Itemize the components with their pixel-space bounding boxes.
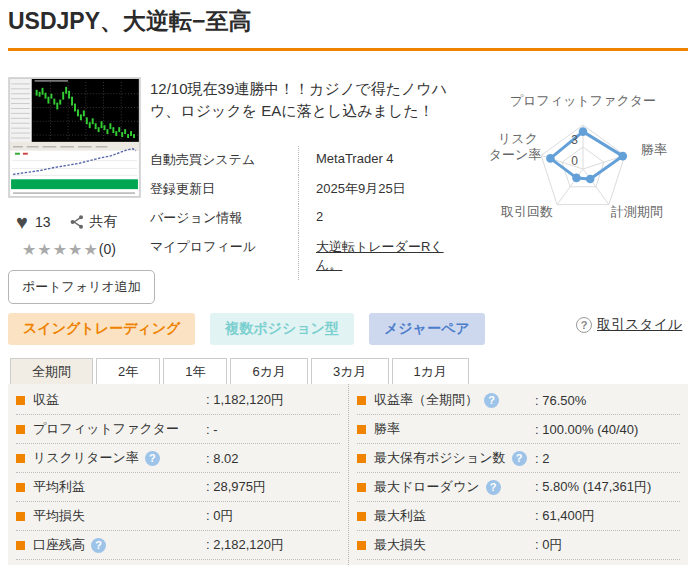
stat-value: : 61,400円 — [535, 507, 595, 525]
radar-axis-period: 計測期間 — [610, 204, 663, 219]
period-tabs: 全期間 2年 1年 6カ月 3カ月 1カ月 — [10, 358, 469, 384]
info-label: 自動売買システム — [150, 146, 298, 175]
bullet-icon — [16, 396, 25, 405]
share-icon — [69, 214, 85, 230]
stat-label: 最大ドローダウン — [374, 478, 480, 496]
stat-label: 収益率（全期間） — [374, 391, 478, 409]
help-icon[interactable]: ? — [486, 480, 501, 495]
bullet-icon — [357, 541, 366, 550]
tag[interactable]: スイングトレーディング — [8, 313, 195, 345]
bullet-icon — [357, 483, 366, 492]
stat-label: 勝率 — [374, 420, 400, 438]
stat-row: 最大損失 : 0円 — [357, 531, 680, 560]
stat-label: 収益 — [33, 391, 59, 409]
stat-row: 平均利益 : 28,975円 — [16, 473, 340, 502]
stat-row: リスクリターン率? : 8.02 — [16, 444, 340, 473]
stat-value: : 76.50% — [535, 393, 586, 408]
radar-tick-min: 0 — [571, 154, 578, 168]
stat-row: プロフィットファクター : - — [16, 415, 340, 444]
stat-row: 口座残高? : 2,182,120円 — [16, 531, 340, 560]
radar-polygon — [550, 132, 622, 179]
performance-radar-chart: 3 0 プロフィットファクター 勝率 計測期間 取引回数 リスク ターン率 — [478, 84, 694, 244]
info-value: 大逆転トレーダーRくん。 — [298, 233, 470, 280]
stats-column-left: 収益 : 1,182,120円 プロフィットファクター : - リスクリターン率… — [8, 384, 348, 565]
stat-label: リスクリターン率 — [33, 449, 139, 467]
tab-3-months[interactable]: 3カ月 — [311, 358, 389, 384]
stat-row: 収益率（全期間）? : 76.50% — [357, 386, 680, 415]
stat-value: : 0円 — [535, 536, 562, 554]
profile-link[interactable]: 大逆転トレーダーRくん。 — [316, 238, 456, 274]
stat-label: 平均損失 — [33, 507, 85, 525]
bullet-icon — [16, 512, 25, 521]
stat-row: 平均損失 : 0円 — [16, 502, 340, 531]
star-icons: ★★★★★ — [22, 241, 99, 258]
help-icon[interactable]: ? — [145, 451, 160, 466]
stat-value: : 5.80% (147,361円) — [535, 478, 651, 496]
heart-icon[interactable]: ♥ — [16, 212, 28, 232]
radar-axis-trade-count: 取引回数 — [500, 204, 553, 219]
info-value: 2 — [298, 204, 470, 233]
strategy-chart-thumbnail[interactable] — [8, 77, 141, 198]
trade-style-label: 取引スタイル — [597, 316, 682, 334]
radar-axis-profit-factor: プロフィットファクター — [510, 93, 656, 108]
info-table: 自動売買システム MetaTrader 4 登録更新日 2025年9月25日 バ… — [150, 146, 470, 280]
tab-all-period[interactable]: 全期間 — [10, 358, 93, 384]
tab-6-months[interactable]: 6カ月 — [230, 358, 308, 384]
info-label: バージョン情報 — [150, 204, 298, 233]
info-label: 登録更新日 — [150, 175, 298, 204]
radar-axis-risk-return-line1: リスク — [498, 131, 538, 146]
title-accent-rule — [8, 48, 688, 51]
bullet-icon — [16, 454, 25, 463]
stat-row: 最大ドローダウン? : 5.80% (147,361円) — [357, 473, 680, 502]
radar-tick-max: 3 — [571, 133, 578, 147]
stats-column-right: 収益率（全期間）? : 76.50% 勝率 : 100.00% (40/40) … — [348, 384, 688, 565]
bullet-icon — [16, 425, 25, 434]
info-label: マイプロフィール — [150, 233, 298, 280]
bullet-icon — [357, 454, 366, 463]
tag[interactable]: 複数ポジション型 — [210, 313, 354, 345]
tab-2-years[interactable]: 2年 — [96, 358, 160, 384]
question-circle-icon: ? — [576, 317, 592, 333]
page: USDJPY、大逆転−至高 — [0, 0, 696, 565]
radar-axis-win-rate: 勝率 — [641, 142, 667, 157]
stat-label: 最大保有ポジション数 — [374, 449, 506, 467]
tab-1-month[interactable]: 1カ月 — [392, 358, 470, 384]
radar-axis-risk-return-line2: ターン率 — [489, 147, 542, 162]
stat-label: 口座残高 — [33, 536, 85, 554]
stat-label: プロフィットファクター — [33, 420, 179, 438]
rating-row[interactable]: ★★★★★(0) — [22, 240, 116, 259]
stats-panel: 収益 : 1,182,120円 プロフィットファクター : - リスクリターン率… — [8, 384, 688, 565]
tab-1-year[interactable]: 1年 — [163, 358, 227, 384]
likes-row: ♥ 13 共有 — [16, 212, 117, 232]
page-title: USDJPY、大逆転−至高 — [8, 6, 251, 37]
bullet-icon — [357, 396, 366, 405]
stat-row: 最大保有ポジション数? : 2 — [357, 444, 680, 473]
help-icon[interactable]: ? — [484, 393, 499, 408]
strategy-description: 12/10現在39連勝中！！カジノで得たノウハウ、ロジックを EAに落とし込みま… — [150, 78, 468, 122]
stat-value: : 0円 — [206, 507, 233, 525]
trade-style-link[interactable]: ? 取引スタイル — [576, 316, 682, 334]
bullet-icon — [357, 512, 366, 521]
help-icon[interactable]: ? — [512, 451, 527, 466]
stat-value: : - — [206, 422, 218, 437]
bullet-icon — [357, 425, 366, 434]
stat-value: : 100.00% (40/40) — [535, 422, 638, 437]
share-label: 共有 — [89, 213, 117, 231]
radar-dots — [546, 127, 627, 183]
stat-value: : 2 — [535, 451, 549, 466]
info-value: MetaTrader 4 — [298, 146, 470, 175]
stat-label: 平均利益 — [33, 478, 85, 496]
share-button[interactable]: 共有 — [69, 213, 117, 231]
likes-count: 13 — [35, 214, 51, 230]
stat-row: 勝率 : 100.00% (40/40) — [357, 415, 680, 444]
help-icon[interactable]: ? — [91, 538, 106, 553]
stat-value: : 8.02 — [206, 451, 239, 466]
stat-row: 最大利益 : 61,400円 — [357, 502, 680, 531]
stat-label: 最大利益 — [374, 507, 426, 525]
tags-row: スイングトレーディング 複数ポジション型 メジャーペア — [8, 313, 485, 345]
add-portfolio-button[interactable]: ポートフォリオ追加 — [8, 270, 155, 304]
tag[interactable]: メジャーペア — [369, 313, 485, 345]
histogram-band — [11, 179, 138, 189]
stat-value: : 28,975円 — [206, 478, 266, 496]
stat-value: : 1,182,120円 — [206, 391, 284, 409]
